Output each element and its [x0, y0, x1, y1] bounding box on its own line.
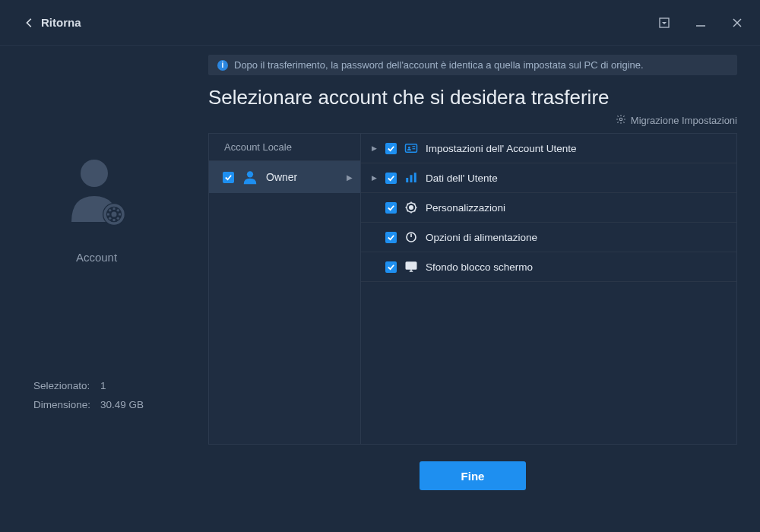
setting-row[interactable]: ▶Dati dell' Utente	[361, 163, 736, 193]
arrow-left-icon	[24, 17, 35, 28]
back-button[interactable]: Ritorna	[24, 16, 81, 29]
checkbox-icon[interactable]	[385, 261, 397, 273]
setting-label: Personalizzazioni	[426, 202, 505, 214]
accounts-list: Account Locale Owner ▶	[209, 134, 361, 444]
chevron-right-icon[interactable]: ▶	[372, 174, 378, 182]
finish-button[interactable]: Fine	[420, 461, 526, 490]
accounts-panel: Account Locale Owner ▶ ▶Impostazioni del…	[208, 133, 737, 445]
migration-settings-link[interactable]: Migrazione Impostazioni	[616, 114, 737, 127]
info-text: Dopo il trasferimento, la password dell'…	[234, 59, 644, 71]
checkbox-icon[interactable]	[223, 172, 234, 183]
accounts-list-header: Account Locale	[209, 134, 360, 161]
main-panel: i Dopo il trasferimento, la password del…	[193, 46, 760, 532]
checkbox-icon[interactable]	[385, 202, 397, 214]
svg-line-14	[109, 217, 111, 219]
svg-rect-29	[406, 262, 416, 269]
page-title: Selezionare account che si desidera tras…	[208, 86, 737, 109]
svg-rect-24	[414, 173, 416, 182]
setting-row[interactable]: ▶Personalizzazioni	[361, 193, 736, 223]
checkbox-icon[interactable]	[385, 143, 397, 154]
account-row-owner[interactable]: Owner ▶	[209, 161, 360, 193]
setting-label: Sfondo blocco schermo	[426, 261, 533, 273]
checkbox-icon[interactable]	[385, 232, 397, 243]
close-icon[interactable]	[727, 12, 748, 33]
sidebar: Account Selezionato: 1 Dimensione: 30.49…	[0, 46, 193, 532]
avatar-label: Account	[76, 251, 117, 264]
setting-label: Impostazioni dell' Account Utente	[426, 143, 576, 154]
svg-rect-22	[406, 178, 408, 182]
size-label: Dimensione:	[33, 399, 93, 410]
minimize-icon[interactable]	[690, 12, 711, 33]
info-banner: i Dopo il trasferimento, la password del…	[208, 55, 737, 75]
svg-point-7	[112, 212, 117, 217]
avatar-icon	[62, 152, 131, 228]
chevron-right-icon: ▶	[347, 173, 353, 182]
checkbox-icon[interactable]	[385, 173, 397, 184]
sidebar-stats: Selezionato: 1 Dimensione: 30.49 GB	[0, 372, 193, 532]
svg-point-17	[247, 171, 253, 177]
migration-settings-label: Migrazione Impostazioni	[631, 115, 737, 126]
selected-value: 1	[100, 380, 106, 391]
setting-row[interactable]: ▶Opzioni di alimentazione	[361, 223, 736, 252]
svg-point-16	[619, 118, 622, 121]
person-icon	[242, 169, 258, 185]
bars-icon	[404, 171, 418, 185]
size-value: 30.49 GB	[100, 399, 144, 410]
setting-label: Dati dell' Utente	[426, 173, 498, 184]
setting-label: Opzioni di alimentazione	[426, 232, 537, 243]
chevron-right-icon[interactable]: ▶	[372, 144, 378, 152]
settings-list: ▶Impostazioni dell' Account Utente▶Dati …	[361, 134, 736, 444]
selected-label: Selezionato:	[33, 380, 93, 391]
svg-point-4	[81, 160, 108, 187]
brightness-icon	[404, 201, 418, 214]
account-name: Owner	[266, 171, 297, 183]
monitor-icon	[404, 260, 418, 274]
svg-rect-18	[406, 144, 417, 153]
power-icon	[404, 230, 418, 244]
info-icon: i	[217, 60, 228, 71]
svg-point-26	[410, 206, 413, 210]
id-card-icon	[404, 141, 418, 155]
back-label: Ritorna	[41, 16, 81, 29]
dropdown-icon[interactable]	[654, 12, 675, 33]
svg-line-12	[109, 210, 111, 211]
gear-icon	[616, 114, 626, 127]
svg-line-13	[117, 217, 119, 219]
svg-line-15	[117, 210, 119, 211]
svg-rect-23	[410, 175, 413, 182]
svg-point-19	[408, 147, 410, 149]
titlebar: Ritorna	[0, 0, 760, 46]
setting-row[interactable]: ▶Sfondo blocco schermo	[361, 252, 736, 282]
window-controls	[654, 12, 748, 33]
setting-row[interactable]: ▶Impostazioni dell' Account Utente	[361, 134, 736, 163]
